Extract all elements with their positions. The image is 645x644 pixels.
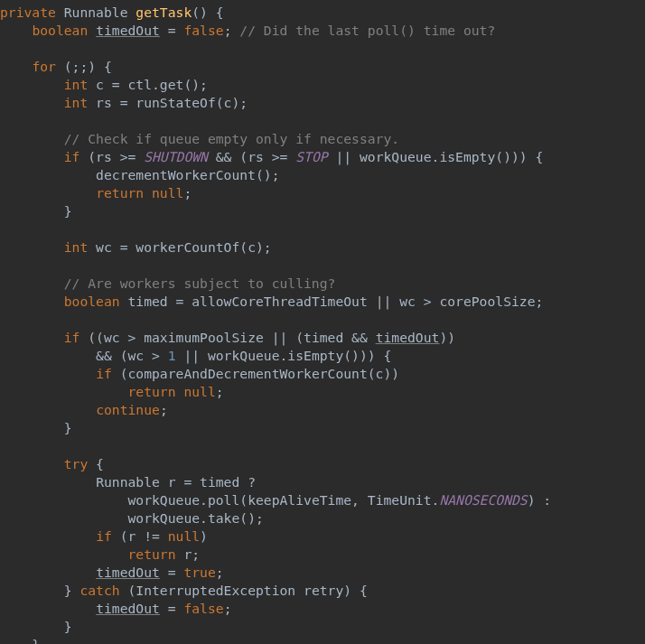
code-token: corePoolSize — [439, 294, 535, 309]
code-token: (c); — [216, 95, 248, 110]
code-token: .poll( — [200, 492, 248, 508]
code-token: getTask — [136, 5, 192, 20]
code-token — [0, 601, 96, 616]
code-token: && (wc > — [0, 348, 168, 363]
code-token: workQueue — [208, 348, 280, 363]
code-token — [0, 384, 127, 399]
code-token: timedOut — [96, 601, 160, 616]
code-token: wc = — [88, 239, 136, 255]
code-token: () { — [192, 5, 223, 20]
code-token: runStateOf — [136, 95, 215, 110]
code-token: } — [0, 203, 72, 219]
code-block: private Runnable getTask() { boolean tim… — [0, 0, 645, 644]
code-token: timedOut — [96, 23, 160, 38]
code-token: int — [64, 77, 89, 92]
code-token — [0, 546, 127, 562]
code-token: true — [183, 565, 215, 580]
code-token — [0, 510, 127, 526]
code-token — [0, 474, 96, 490]
code-token: private — [0, 5, 56, 20]
code-token: = — [160, 565, 184, 580]
code-token: || wc > — [368, 294, 440, 309]
code-token — [0, 294, 64, 309]
code-token — [0, 23, 32, 38]
code-token: false — [183, 601, 223, 616]
code-token — [0, 95, 64, 110]
code-token: catch — [79, 583, 119, 598]
code-token: maximumPoolSize — [144, 330, 264, 345]
code-token — [0, 185, 96, 201]
code-token: boolean — [32, 23, 88, 38]
code-token: workQueue — [360, 149, 432, 164]
code-token: Runnable — [96, 474, 160, 490]
code-token: 1 — [168, 348, 176, 363]
code-token: )) — [439, 330, 455, 345]
code-token: ; — [224, 601, 232, 616]
code-token: ; — [536, 294, 544, 309]
code-token: allowCoreThreadTimeOut — [192, 294, 368, 309]
code-token: keepAliveTime — [248, 492, 351, 508]
code-token: ; — [224, 23, 240, 38]
code-token: } — [0, 637, 40, 644]
code-token — [0, 59, 32, 74]
code-token: // Check if queue empty only if necessar… — [64, 131, 399, 146]
code-token: .get(); — [152, 77, 208, 92]
code-token: .take(); — [200, 510, 264, 526]
code-token: for — [32, 59, 56, 74]
code-token: { — [88, 456, 104, 471]
code-token: if — [64, 330, 80, 345]
code-token: r; — [176, 546, 201, 562]
code-token: timed = — [120, 294, 192, 309]
code-token: NANOSECONDS — [439, 492, 527, 508]
code-token: timedOut — [376, 330, 440, 345]
code-token: ((wc > — [79, 330, 144, 345]
code-token — [56, 5, 64, 20]
code-token: timedOut — [96, 565, 160, 580]
code-token: .isEmpty())) { — [280, 348, 392, 363]
code-token: continue — [96, 402, 160, 417]
code-token: } — [0, 619, 72, 634]
code-token: || (timed && — [264, 330, 376, 345]
code-token: || — [176, 348, 208, 363]
code-token: ; — [160, 402, 168, 417]
code-token: null — [168, 528, 200, 544]
code-token — [0, 239, 64, 255]
code-token: STOP — [295, 149, 327, 164]
code-token: rs = — [88, 95, 136, 110]
code-token: (compareAndDecrementWorkerCount(c)) — [112, 366, 399, 381]
code-token: false — [183, 23, 223, 38]
code-token: = — [160, 23, 184, 38]
code-token — [0, 528, 96, 544]
code-token: (r != — [112, 528, 168, 544]
code-token — [0, 456, 64, 471]
code-token: , TimeUnit. — [351, 492, 439, 508]
code-token: if — [96, 366, 112, 381]
code-token: (c); — [239, 239, 271, 255]
code-token: // Did the last poll() time out? — [239, 23, 495, 38]
code-token — [0, 149, 64, 164]
code-token: ) — [200, 528, 208, 544]
code-token: (;;) { — [56, 59, 112, 74]
code-token: ctl — [128, 77, 153, 92]
code-token: workerCountOf — [136, 239, 239, 255]
code-token: ; — [216, 384, 224, 399]
code-token: ; — [216, 565, 224, 580]
code-token: if — [96, 528, 112, 544]
code-token — [0, 330, 64, 345]
code-token: || — [328, 149, 360, 164]
code-token — [0, 366, 96, 381]
code-token: if — [64, 149, 80, 164]
code-token: ) : — [528, 492, 552, 508]
code-token: int — [64, 95, 89, 110]
code-token: r = timed ? — [160, 474, 256, 490]
code-token: int — [64, 239, 89, 255]
code-token: SHUTDOWN — [144, 149, 208, 164]
code-token: ; — [183, 185, 192, 201]
code-token: && (rs >= — [208, 149, 295, 164]
code-token: return null — [127, 384, 215, 399]
code-token: return — [127, 546, 175, 562]
code-token: (InterruptedException retry) { — [120, 583, 368, 598]
code-token: .isEmpty())) { — [432, 149, 544, 164]
code-token — [0, 131, 64, 146]
code-token: (rs >= — [79, 149, 144, 164]
